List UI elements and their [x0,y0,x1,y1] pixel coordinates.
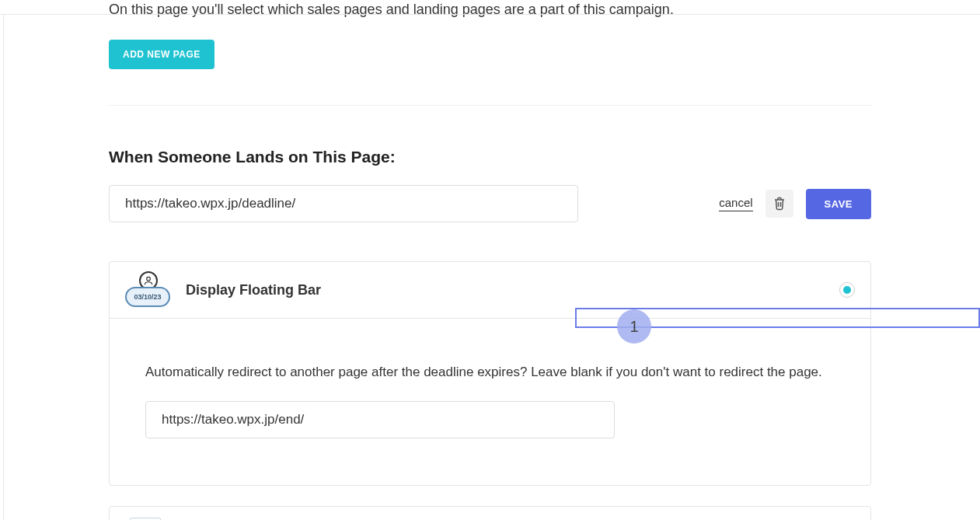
page-url-row: cancel SAVE [109,185,871,222]
portal-header[interactable]: Hello! Display Portal [110,507,870,520]
floating-bar-radio[interactable] [839,282,855,298]
redirect-url-input[interactable] [145,401,615,438]
intro-text: On this page you'll select which sales p… [109,0,871,19]
section-heading: When Someone Lands on This Page: [109,148,871,166]
floating-bar-header[interactable]: 03/10/23 Display Floating Bar [110,262,870,319]
redirect-description: Automatically redirect to another page a… [145,362,835,382]
delete-button[interactable] [766,190,793,218]
add-new-page-button[interactable]: ADD NEW PAGE [109,40,214,69]
section-divider [109,105,871,106]
page-url-input[interactable] [109,185,578,222]
svg-point-0 [147,277,151,281]
floating-bar-body: Automatically redirect to another page a… [110,319,870,485]
cancel-link[interactable]: cancel [719,196,752,211]
floating-bar-title: Display Floating Bar [186,282,321,298]
save-button[interactable]: SAVE [806,189,871,219]
floating-bar-card: 03/10/23 Display Floating Bar Automatica… [109,261,871,486]
portal-card: Hello! Display Portal [109,506,871,520]
floating-bar-date: 03/10/23 [125,287,170,307]
top-divider [0,14,980,15]
floating-bar-icon: 03/10/23 [125,273,170,307]
left-divider [3,14,4,520]
trash-icon [773,197,786,211]
